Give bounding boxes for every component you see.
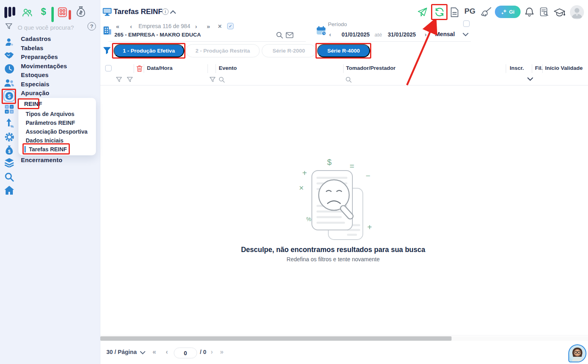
sidebar-item-reinf[interactable]: REINF	[24, 100, 42, 107]
gi-assistant-button[interactable]: Gi	[495, 6, 521, 18]
search-input[interactable]	[18, 22, 86, 32]
svg-text:−: −	[11, 105, 13, 109]
submenu-item-associacao-desportiva[interactable]: Associação Desportiva	[26, 128, 87, 135]
period-mode-select[interactable]: Mensal	[435, 31, 455, 37]
svg-text:$: $	[8, 149, 10, 154]
search-tool-icon[interactable]	[4, 172, 14, 182]
sidebar-item-preparacoes[interactable]: Preparações	[21, 53, 58, 60]
calculator-quick-icon[interactable]	[58, 7, 67, 17]
submenu-item-tarefas-reinf[interactable]: Tarefas REINF	[24, 146, 67, 153]
evento-search-icon[interactable]	[219, 77, 225, 83]
document-icon[interactable]	[450, 7, 459, 17]
next-company-icon[interactable]: ›	[195, 23, 197, 30]
company-filter-checkbox[interactable]: ✓	[227, 23, 234, 29]
info-icon[interactable]: i	[162, 8, 169, 15]
company-search-icon[interactable]	[276, 32, 283, 39]
period-start-date[interactable]: 01/01/2025	[342, 31, 370, 38]
horizontal-scrollbar-thumb[interactable]	[100, 336, 452, 341]
notifications-bell-icon[interactable]	[525, 7, 534, 17]
prev-page-icon[interactable]: ‹	[166, 348, 168, 356]
tab-producao-restrita[interactable]: 2 - Produção Restrita	[186, 44, 260, 57]
send-icon[interactable]	[418, 8, 427, 16]
audit-log-icon[interactable]	[540, 7, 549, 17]
column-header-inicio-validade[interactable]: Início Validade	[545, 65, 583, 71]
sidebar-item-tabelas[interactable]: Tabelas	[21, 45, 43, 51]
filter-icon[interactable]	[5, 23, 12, 30]
column-header-inscr[interactable]: Inscr.	[510, 65, 524, 71]
period-end-date[interactable]: 31/01/2025	[388, 31, 416, 38]
apuracao-dollar-icon[interactable]: $	[3, 90, 15, 102]
user-settings-icon[interactable]	[4, 37, 14, 47]
first-page-icon[interactable]: «	[153, 348, 156, 356]
sidebar-item-encerramento[interactable]: Encerramento	[21, 157, 62, 163]
tab-serie-r4000[interactable]: Série R-4000	[317, 44, 370, 57]
clear-company-icon[interactable]: ×	[218, 23, 222, 30]
gear-icon[interactable]	[4, 132, 14, 142]
period-prev-icon[interactable]: ‹	[329, 31, 331, 38]
home-icon[interactable]	[4, 185, 14, 195]
filter-funnel-icon-1[interactable]	[116, 77, 122, 83]
submenu-item-parametros-reinf[interactable]: Parâmetros REINF	[26, 120, 75, 126]
evento-funnel-icon[interactable]	[210, 77, 216, 83]
prev-company-icon[interactable]: ‹	[130, 23, 132, 30]
education-cap-icon[interactable]	[554, 8, 565, 17]
sidebar-item-movimentacoes[interactable]: Movimentações	[21, 63, 67, 69]
mail-icon[interactable]	[286, 32, 293, 38]
period-until-label: até	[374, 32, 382, 38]
empty-state-subtitle: Redefina os filtros e tente novamente	[213, 256, 454, 262]
users-icon[interactable]	[4, 78, 14, 88]
sidebar-item-especiais[interactable]: Especiais	[21, 81, 49, 87]
pg-button[interactable]: PG	[464, 7, 475, 16]
total-pages-label: / 0	[200, 349, 206, 355]
tab-serie-r2000[interactable]: Série R-2000	[262, 44, 316, 57]
first-company-icon[interactable]: «	[116, 23, 119, 30]
inscr-dropdown-chevron-icon[interactable]	[527, 77, 533, 81]
submenu-item-dados-iniciais[interactable]: Dados Iniciais	[26, 137, 63, 144]
period-mode-chevron-icon[interactable]	[463, 33, 468, 37]
page-size-select[interactable]: 30 / Página	[106, 349, 137, 355]
column-header-data-hora[interactable]: Data/Hora	[147, 65, 173, 71]
mini-calculator-icon[interactable]: +−×=	[4, 104, 14, 114]
assistant-avatar[interactable]	[568, 344, 586, 362]
submenu-item-tipos-de-arquivos[interactable]: Tipos de Arquivos	[26, 111, 74, 117]
column-header-evento[interactable]: Evento	[219, 65, 237, 71]
column-header-fil[interactable]: Fil.	[535, 65, 543, 71]
handshake-icon[interactable]	[4, 50, 14, 60]
green-divider-bar	[51, 7, 54, 22]
filter-funnel-icon-2[interactable]	[127, 77, 133, 83]
tab-producao-efetiva[interactable]: 1 - Produção Efetiva	[114, 44, 184, 57]
last-company-icon[interactable]: »	[207, 23, 210, 30]
column-header-tomador-prestador[interactable]: Tomador/Prestador	[346, 65, 396, 71]
period-label: Período	[328, 21, 347, 27]
period-next-icon[interactable]: ›	[425, 31, 427, 38]
period-checkbox[interactable]	[463, 20, 470, 27]
select-all-checkbox[interactable]	[105, 65, 112, 71]
layers-icon[interactable]	[4, 157, 14, 168]
clock-icon[interactable]	[4, 63, 14, 74]
broom-icon[interactable]	[481, 7, 492, 18]
help-icon[interactable]: ?	[87, 22, 96, 31]
refresh-icon[interactable]	[434, 7, 445, 17]
collapse-chevron-icon[interactable]	[170, 10, 176, 14]
sidebar-item-estoques[interactable]: Estoques	[21, 71, 49, 78]
money-bag-quick-icon[interactable]	[76, 6, 85, 17]
dollar-quick-icon[interactable]: $	[41, 6, 46, 17]
growth-icon[interactable]: %	[4, 118, 14, 128]
sidebar-item-cadastros[interactable]: Cadastros	[21, 35, 51, 42]
user-avatar[interactable]	[570, 5, 584, 19]
monitor-icon	[103, 8, 112, 16]
sidebar-item-apuracao[interactable]: Apuração	[21, 89, 49, 96]
money-bag-icon[interactable]: $	[4, 145, 14, 155]
current-page-input[interactable]	[174, 348, 197, 358]
svg-text:+: +	[367, 223, 372, 232]
next-page-icon[interactable]: ›	[211, 348, 213, 356]
users-quick-icon[interactable]	[22, 8, 33, 17]
delete-rows-icon[interactable]	[136, 65, 142, 72]
company-name: 265 - EMPRESA - MAKRO EDUCA	[114, 32, 201, 38]
page-size-chevron-icon[interactable]	[140, 351, 145, 354]
gi-label: Gi	[509, 9, 515, 15]
app-window: $ ? $	[0, 0, 588, 364]
tabs-filter-icon[interactable]	[103, 47, 111, 55]
tomador-search-icon[interactable]	[346, 77, 352, 83]
last-page-icon[interactable]: »	[220, 348, 224, 356]
